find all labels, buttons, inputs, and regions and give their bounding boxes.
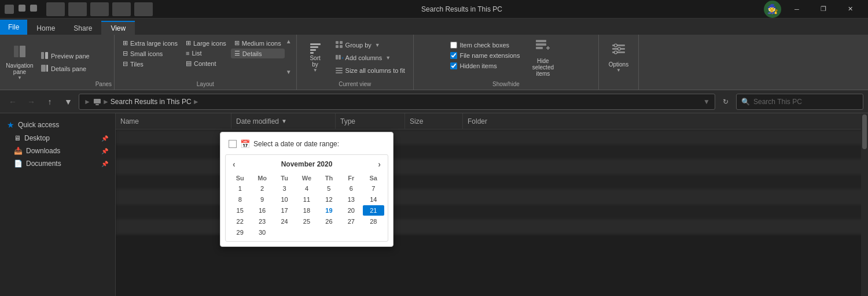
layout-scroll-down[interactable]: ▼ (286, 69, 292, 75)
cal-day-1[interactable]: 1 (229, 183, 251, 194)
options-button[interactable]: Options ▼ (604, 37, 634, 77)
cal-day-10[interactable]: 10 (274, 194, 295, 205)
sort-by-button[interactable]: Sortby ▼ (301, 37, 329, 77)
file-name-extensions-input[interactable] (450, 52, 457, 59)
details-label: Details (242, 50, 262, 57)
scrollbar-thumb[interactable] (862, 114, 867, 149)
day-header-we: We (296, 173, 317, 183)
address-bar[interactable]: ► ► Search Results in This PC ► ▼ (79, 94, 715, 110)
date-filter-dropdown: 📅 Select a date or date range: ‹ Novembe… (220, 132, 393, 247)
address-bar-dropdown[interactable]: ▼ (703, 98, 710, 106)
file-name-extensions-checkbox[interactable]: File name extensions (450, 52, 520, 59)
small-icons-btn[interactable]: ⊟ Small icons (119, 49, 181, 58)
col-header-name[interactable]: Name (116, 113, 231, 129)
cal-day-27[interactable]: 27 (340, 216, 362, 227)
sidebar-item-desktop[interactable]: 🖥 Desktop 📌 (0, 132, 115, 145)
refresh-button[interactable]: ↻ (718, 94, 734, 110)
cal-day-6[interactable]: 6 (340, 183, 362, 194)
cal-day-16[interactable]: 16 (251, 205, 273, 216)
cal-day-24[interactable]: 24 (274, 216, 295, 227)
details-btn[interactable]: ☰ Details (231, 49, 285, 58)
sidebar-item-downloads[interactable]: 📥 Downloads 📌 (0, 145, 115, 157)
svg-rect-5 (46, 65, 48, 72)
tab-view[interactable]: View (101, 21, 135, 35)
preview-pane-button[interactable]: Preview pane (37, 50, 93, 62)
cal-day-29[interactable]: 29 (229, 227, 251, 238)
cal-day-28[interactable]: 28 (363, 216, 384, 227)
list-btn[interactable]: ≡ List (182, 49, 230, 58)
cal-day-18[interactable]: 18 (296, 205, 317, 216)
sidebar-item-documents[interactable]: 📄 Documents 📌 (0, 157, 115, 170)
tab-file[interactable]: File (0, 20, 27, 35)
cal-day-20[interactable]: 20 (340, 205, 362, 216)
cal-day-3[interactable]: 3 (274, 183, 295, 194)
recent-locations-button[interactable]: ▼ (60, 94, 76, 110)
restore-button[interactable]: ❐ (810, 0, 837, 18)
cal-day-7[interactable]: 7 (363, 183, 384, 194)
scrollbar[interactable] (861, 113, 868, 296)
cal-day-9[interactable]: 9 (251, 194, 273, 205)
item-check-boxes-input[interactable] (450, 42, 457, 49)
search-box[interactable]: 🔍 Search This PC (736, 94, 863, 110)
forward-button[interactable]: → (23, 94, 39, 110)
col-header-size[interactable]: Size (405, 113, 463, 129)
cal-day-30[interactable]: 30 (251, 227, 273, 238)
col-header-type[interactable]: Type (336, 113, 405, 129)
close-button[interactable]: ✕ (837, 0, 863, 18)
extra-large-icons-btn[interactable]: ⊞ Extra large icons (119, 38, 181, 48)
up-button[interactable]: ↑ (42, 94, 58, 110)
hidden-items-checkbox[interactable]: Hidden items (450, 62, 520, 69)
breadcrumb-current[interactable]: Search Results in This PC (111, 98, 192, 106)
col-header-date[interactable]: Date modified ▼ (231, 113, 336, 129)
size-all-columns-button[interactable]: Size all columns to fit (332, 65, 409, 76)
options-icon (611, 42, 626, 60)
cal-day-4[interactable]: 4 (296, 183, 317, 194)
address-bar-sep2: ► (102, 98, 109, 106)
cal-day-2[interactable]: 2 (251, 183, 273, 194)
item-check-boxes-checkbox[interactable]: Item check boxes (450, 42, 520, 49)
calendar-next-button[interactable]: › (374, 158, 384, 170)
cal-day-14[interactable]: 14 (363, 194, 384, 205)
large-icons-btn[interactable]: ⊞ Large icons (182, 38, 230, 48)
cal-day-5[interactable]: 5 (318, 183, 340, 194)
cal-day-26[interactable]: 26 (318, 216, 340, 227)
col-header-folder[interactable]: Folder (463, 113, 868, 129)
cal-day-21[interactable]: 21 (363, 205, 384, 216)
cal-day-19[interactable]: 19 (318, 205, 340, 216)
cal-day-25[interactable]: 25 (296, 216, 317, 227)
minimize-button[interactable]: ─ (784, 0, 810, 18)
tab-home[interactable]: Home (27, 21, 64, 35)
cal-day-11[interactable]: 11 (296, 194, 317, 205)
cal-day-23[interactable]: 23 (251, 216, 273, 227)
add-columns-button[interactable]: + Add columns ▼ (332, 52, 409, 64)
cal-day-empty-3 (318, 227, 340, 238)
group-by-button[interactable]: Group by ▼ (332, 39, 409, 51)
cal-day-22[interactable]: 22 (229, 216, 251, 227)
tab-share[interactable]: Share (64, 21, 101, 35)
date-checkbox[interactable] (229, 140, 237, 148)
calendar-grid: Su Mo Tu We Th Fr Sa 1 2 3 4 5 6 7 8 (229, 173, 384, 238)
hidden-items-input[interactable] (450, 62, 457, 69)
back-button[interactable]: ← (5, 94, 21, 110)
hide-selected-items-button[interactable]: Hide selected items (524, 37, 561, 77)
cal-day-15[interactable]: 15 (229, 205, 251, 216)
cal-day-17[interactable]: 17 (274, 205, 295, 216)
sidebar-item-quick-access[interactable]: ★ Quick access (0, 118, 115, 132)
calendar-prev-button[interactable]: ‹ (229, 158, 239, 170)
details-pane-button[interactable]: Details pane (37, 63, 93, 75)
medium-icons-btn[interactable]: ⊞ Medium icons (231, 38, 285, 48)
documents-pin-icon: 📌 (101, 161, 108, 167)
cal-day-8[interactable]: 8 (229, 194, 251, 205)
show-hide-checkboxes: Item check boxes File name extensions Hi… (450, 42, 520, 69)
cal-day-13[interactable]: 13 (340, 194, 362, 205)
navigation-pane-button[interactable]: Navigationpane ▼ (5, 37, 35, 87)
cal-day-12[interactable]: 12 (318, 194, 340, 205)
layout-scroll-up[interactable]: ▲ (286, 38, 292, 45)
panes-group: Navigationpane ▼ Preview pane (2, 35, 115, 90)
breadcrumb-root[interactable] (93, 97, 101, 106)
large-icons-label: Large icons (193, 40, 226, 47)
content-btn[interactable]: ▤ Content (182, 58, 230, 68)
svg-rect-17 (336, 68, 343, 69)
tiles-btn[interactable]: ⊟ Tiles (119, 59, 181, 69)
svg-rect-8 (310, 49, 316, 51)
